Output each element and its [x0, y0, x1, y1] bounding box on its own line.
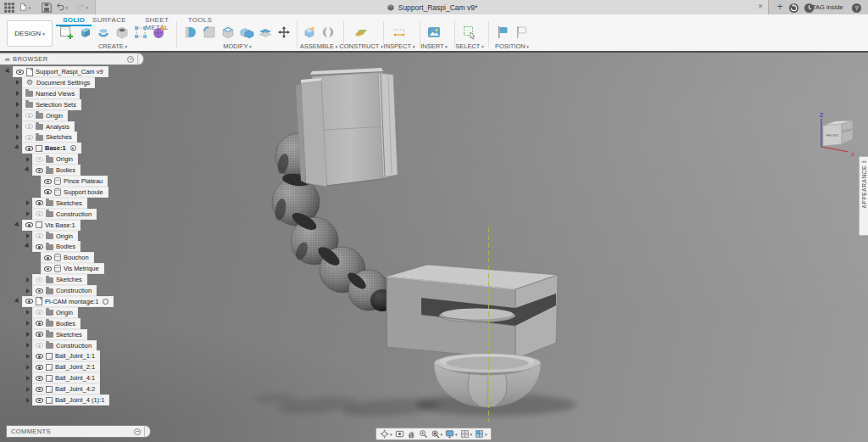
assemble-dropdown[interactable]: ASSEMBLE — [300, 42, 338, 50]
appearance-panel-tab[interactable]: ◂◂ APPEARANCE — [859, 156, 868, 236]
browser-row-support-raspi-cam-v9[interactable]: Support_Raspi_Cam v9 — [5, 67, 108, 76]
expand-arrow-icon[interactable] — [14, 90, 21, 98]
visibility-eye-icon[interactable] — [36, 233, 43, 238]
expand-arrow-icon[interactable] — [14, 79, 21, 87]
browser-node[interactable]: Origin — [33, 232, 77, 241]
activate-component-radio[interactable] — [70, 145, 76, 151]
browser-row-pince-plateau[interactable]: Pince Plateau — [33, 176, 107, 186]
revolve-button[interactable] — [95, 24, 112, 41]
visibility-eye-icon[interactable] — [44, 179, 52, 184]
visibility-eye-icon[interactable] — [25, 135, 33, 140]
visibility-eye-icon[interactable] — [25, 113, 33, 118]
move-button[interactable] — [275, 24, 292, 41]
browser-node[interactable]: Origin — [33, 308, 77, 317]
visibility-eye-icon[interactable] — [36, 321, 43, 326]
expand-arrow-icon[interactable] — [14, 112, 21, 120]
browser-node[interactable]: Vis Base:1 — [23, 221, 80, 230]
redo-icon[interactable] — [76, 2, 88, 13]
workspace-selector-button[interactable]: DESIGN — [7, 20, 53, 47]
expand-arrow-icon[interactable] — [25, 155, 31, 163]
select-button[interactable] — [461, 24, 478, 41]
browser-node[interactable]: Bodies — [33, 319, 80, 328]
collapse-circle-icon[interactable] — [127, 56, 134, 63]
expand-arrow-icon[interactable] — [25, 232, 31, 240]
browser-node[interactable]: Bodies — [33, 165, 80, 175]
collapse-arrow-icon[interactable] — [14, 221, 21, 229]
front-face-label[interactable]: FRONT — [826, 133, 838, 137]
visibility-eye-icon[interactable] — [25, 124, 33, 129]
pattern-button[interactable] — [132, 24, 149, 41]
browser-row-named-views[interactable]: Named Views — [14, 89, 79, 98]
browser-row-sketches[interactable]: Sketches — [14, 132, 76, 142]
view-cube[interactable]: Z FRONT RIGHT X — [799, 107, 865, 161]
new-tab-button[interactable]: + — [774, 1, 786, 13]
browser-row-sketches[interactable]: Sketches — [25, 199, 86, 208]
visibility-eye-icon[interactable] — [36, 244, 43, 249]
browser-row-origin[interactable]: Origin — [25, 154, 77, 164]
browser-node[interactable]: Pi-CAM montage:1 — [23, 297, 113, 306]
zoomin-tool-icon[interactable] — [419, 429, 428, 439]
undo-icon[interactable] — [56, 2, 68, 13]
visibility-eye-icon[interactable] — [36, 398, 43, 403]
display-tool-icon[interactable] — [445, 429, 458, 439]
browser-row-origin[interactable]: Origin — [25, 308, 77, 317]
browser-node[interactable]: Selection Sets — [23, 100, 81, 109]
visibility-eye-icon[interactable] — [36, 354, 43, 359]
browser-row-document-settings[interactable]: ⚙Document Settings — [14, 78, 94, 87]
browser-row-bouchon[interactable]: Bouchon — [33, 253, 93, 262]
hole-button[interactable] — [114, 24, 131, 41]
browser-node[interactable]: Ball_Joint_1:1 — [33, 351, 99, 361]
combine-button[interactable] — [238, 24, 255, 41]
browser-row-sketches[interactable]: Sketches — [25, 330, 86, 339]
comments-panel-header[interactable]: COMMENTS — [7, 426, 145, 437]
measure-button[interactable] — [391, 24, 408, 41]
lookat-tool-icon[interactable] — [395, 429, 404, 439]
inspect-dropdown[interactable]: INSPECT — [384, 42, 415, 50]
expand-arrow-icon[interactable] — [25, 287, 31, 294]
browser-row-vis-base-1[interactable]: Vis Base:1 — [14, 221, 80, 230]
plane-button[interactable] — [353, 24, 370, 41]
help-icon[interactable]: ? — [851, 2, 862, 13]
collapse-arrow-icon[interactable] — [14, 144, 21, 152]
visibility-eye-icon[interactable] — [25, 146, 33, 151]
visibility-eye-icon[interactable] — [36, 277, 43, 283]
joint-button[interactable] — [320, 24, 337, 41]
browser-row-ball-joint-4-2[interactable]: Ball_Joint_4:2 — [25, 384, 99, 394]
expand-arrow-icon[interactable] — [25, 276, 31, 283]
save-icon[interactable] — [41, 2, 53, 13]
fit-tool-icon[interactable] — [431, 429, 443, 439]
browser-node[interactable]: Bouchon — [42, 253, 93, 262]
visibility-eye-icon[interactable] — [44, 255, 52, 260]
document-tab[interactable]: Support_Raspi_Cam v9* × — [95, 0, 769, 14]
collapse-arrow-icon[interactable] — [14, 298, 21, 305]
browser-row-construction[interactable]: Construction — [25, 286, 96, 295]
browser-row-ball-joint-2-1[interactable]: Ball_Joint_2:1 — [25, 362, 99, 372]
browser-node[interactable]: Sketches — [33, 199, 86, 208]
browser-node[interactable]: Analysis — [23, 122, 74, 131]
expand-arrow-icon[interactable] — [25, 374, 31, 382]
visibility-eye-icon[interactable] — [44, 266, 52, 271]
browser-row-support-boule[interactable]: Support boule — [33, 187, 108, 197]
browser-node[interactable]: Base:1 — [23, 143, 81, 153]
shell-button[interactable] — [220, 24, 236, 41]
browser-row-vis-metrique[interactable]: Vis Metrique — [33, 264, 103, 273]
browser-row-sketches[interactable]: Sketches — [25, 275, 86, 284]
browser-node[interactable]: Pince Plateau — [42, 176, 107, 186]
visibility-eye-icon[interactable] — [44, 189, 52, 194]
modify-dropdown[interactable]: MODIFY — [223, 42, 251, 50]
browser-node[interactable]: Origin — [23, 111, 67, 120]
browser-node[interactable]: Vis Metrique — [42, 264, 103, 273]
browser-row-selection-sets[interactable]: Selection Sets — [14, 100, 81, 109]
browser-row-analysis[interactable]: Analysis — [14, 122, 74, 131]
browser-node[interactable]: Ball_Joint_4:2 — [33, 384, 99, 394]
browser-node[interactable]: ⚙Document Settings — [23, 78, 94, 87]
newcomp-button[interactable] — [301, 24, 318, 41]
browser-row-origin[interactable]: Origin — [14, 111, 67, 120]
browser-node[interactable]: Ball_Joint_4 (1):1 — [33, 395, 108, 405]
expand-arrow-icon[interactable] — [25, 199, 31, 207]
browser-node[interactable]: Sketches — [33, 275, 86, 284]
browser-row-ball-joint-4-1[interactable]: Ball_Joint_4:1 — [25, 373, 99, 383]
browser-node[interactable]: Named Views — [23, 89, 79, 98]
insert-dropdown[interactable]: INSERT — [420, 42, 448, 50]
browser-node[interactable]: Support_Raspi_Cam v9 — [14, 67, 108, 76]
